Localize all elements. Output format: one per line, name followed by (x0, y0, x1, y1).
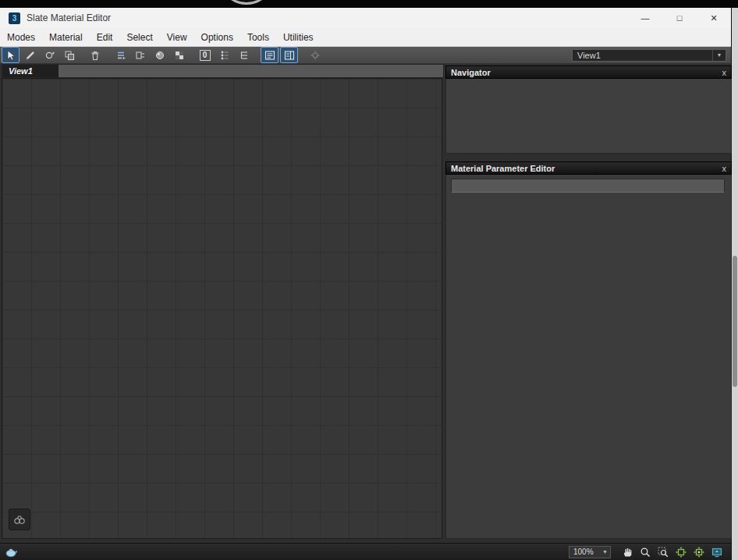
parameter-editor-panel-body (445, 175, 732, 539)
layout-all-button[interactable] (215, 47, 233, 63)
parameter-editor-close-icon[interactable]: x (722, 164, 727, 173)
show-navigator-toggle[interactable] (261, 47, 279, 63)
parameter-editor-panel-header[interactable]: Material Parameter Editor x (445, 161, 732, 175)
zoom-level-value: 100% (569, 548, 600, 556)
put-material-to-scene-button[interactable] (41, 47, 59, 63)
magnifier-icon (639, 546, 651, 558)
hide-unused-nodeslots-button[interactable] (131, 47, 149, 63)
move-children-button[interactable] (112, 47, 130, 63)
menu-select[interactable]: Select (119, 32, 159, 43)
view-tab-strip: View1 (2, 64, 444, 78)
pan-to-selected-icon (711, 546, 723, 558)
navigator-panel-body[interactable] (445, 79, 732, 154)
maximize-button[interactable]: □ (662, 8, 697, 28)
zoom-extents-selected-icon (693, 546, 705, 558)
trash-icon (89, 49, 101, 62)
zoom-extents-selected-button[interactable] (690, 545, 707, 559)
show-shaded-material-button[interactable] (151, 47, 169, 63)
sphere-arrow-icon (44, 49, 56, 62)
node-view-canvas[interactable] (2, 78, 442, 539)
window-controls: — □ ✕ (628, 8, 731, 28)
pan-hand-icon (621, 546, 633, 558)
material-name-field[interactable] (451, 179, 725, 193)
titlebar: 3 Slate Material Editor — □ ✕ (0, 8, 731, 28)
zoom-region-button[interactable] (655, 545, 671, 559)
pick-material-button[interactable] (21, 47, 39, 63)
assign-material-button[interactable] (60, 47, 78, 63)
binoculars-icon (12, 513, 27, 526)
menu-modes[interactable]: Modes (0, 32, 42, 43)
minimize-button[interactable]: — (628, 8, 662, 28)
chevron-down-icon: ▼ (600, 549, 610, 555)
show-number-icon: 0 (200, 50, 211, 61)
navigator-close-icon[interactable]: x (722, 68, 727, 77)
desktop-top-strip (0, 0, 738, 8)
desktop-scrollbar[interactable] (732, 0, 738, 560)
slate-material-editor-window: 3 Slate Material Editor — □ ✕ Modes Mate… (0, 8, 732, 560)
tab-view1[interactable]: View1 (2, 65, 59, 77)
pencil-icon (24, 49, 37, 62)
menubar: Modes Material Edit Select View Options … (0, 28, 731, 47)
desktop-circle-decoration (218, 0, 275, 5)
chevron-down-icon: ▼ (712, 50, 726, 61)
view-selector-value: View1 (573, 51, 712, 60)
menu-view[interactable]: View (160, 32, 194, 43)
pan-hand-button[interactable] (619, 545, 635, 559)
navigator-panel-header[interactable]: Navigator x (445, 66, 732, 79)
select-arrow-icon (5, 49, 17, 62)
menu-edit[interactable]: Edit (90, 32, 120, 43)
zoom-extents-icon (675, 546, 687, 558)
show-parameter-editor-toggle[interactable] (280, 47, 298, 63)
window-title: Slate Material Editor (27, 12, 111, 23)
zoom-tool-button[interactable] (637, 545, 653, 559)
show-number-button[interactable]: 0 (196, 47, 214, 63)
parameter-editor-panel-title: Material Parameter Editor (451, 164, 555, 173)
navigator-panel-icon (264, 49, 276, 62)
screen: 3 Slate Material Editor — □ ✕ Modes Mate… (0, 0, 738, 560)
checker-icon (173, 49, 186, 62)
layout-children-button[interactable] (235, 47, 253, 63)
zoom-extents-button[interactable] (672, 545, 689, 559)
layout-children-icon (238, 49, 250, 62)
scrollbar-thumb[interactable] (733, 256, 737, 387)
overlapping-squares-icon (63, 49, 76, 62)
select-tool-button[interactable] (2, 47, 20, 63)
select-by-material-button[interactable] (306, 47, 324, 63)
move-children-icon (115, 49, 127, 62)
menu-material[interactable]: Material (42, 32, 90, 43)
slate-editor-mini-icon[interactable] (4, 547, 18, 558)
pan-to-selected-button[interactable] (708, 545, 725, 559)
view-selector-dropdown[interactable]: View1 ▼ (572, 49, 726, 62)
node-slots-icon (134, 49, 147, 62)
toolbar: 0 View1 ▼ (0, 47, 731, 64)
menu-tools[interactable]: Tools (240, 32, 276, 43)
close-button[interactable]: ✕ (697, 8, 731, 28)
statusbar: 100% ▼ (0, 543, 731, 560)
zoom-level-dropdown[interactable]: 100% ▼ (569, 546, 611, 558)
material-sphere-icon (154, 49, 166, 62)
app-icon: 3 (9, 12, 20, 24)
layout-all-icon (218, 49, 231, 62)
show-background-button[interactable] (170, 47, 188, 63)
magnifier-region-icon (657, 546, 669, 558)
search-button[interactable] (9, 509, 30, 530)
menu-options[interactable]: Options (194, 32, 240, 43)
navigator-panel-title: Navigator (451, 68, 491, 77)
teapot-icon (4, 547, 18, 558)
select-by-material-icon (309, 49, 321, 62)
parameter-editor-panel-icon (283, 49, 296, 62)
delete-selected-button[interactable] (86, 47, 104, 63)
menu-utilities[interactable]: Utilities (276, 32, 321, 43)
